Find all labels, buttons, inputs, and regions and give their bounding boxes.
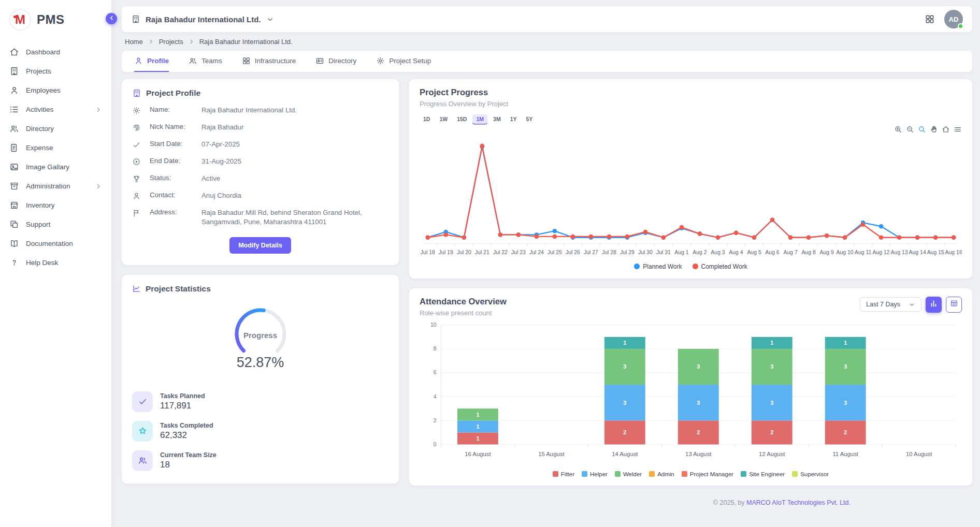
tab-directory[interactable]: Directory bbox=[315, 51, 356, 72]
statistics-card-title: Project Statistics bbox=[146, 284, 211, 294]
legend-item-helper[interactable]: Helper bbox=[582, 471, 608, 477]
check-icon bbox=[132, 391, 153, 412]
avatar-initials: AD bbox=[949, 16, 959, 23]
svg-text:3: 3 bbox=[697, 363, 700, 370]
legend-item-planned-work[interactable]: Planned Work bbox=[634, 263, 682, 270]
legend-label: Welder bbox=[623, 471, 642, 477]
legend-item-fitter[interactable]: Fitter bbox=[553, 471, 574, 477]
field-value: Raja Bahadur Mill Rd, behind Sheraton Gr… bbox=[201, 208, 388, 227]
svg-text:Aug 5: Aug 5 bbox=[747, 250, 761, 255]
sidebar-item-directory[interactable]: Directory bbox=[0, 120, 111, 138]
footer: © 2025, by MARCO AIoT Technologies Pvt. … bbox=[409, 499, 972, 506]
modify-details-button[interactable]: Modify Details bbox=[229, 237, 291, 254]
date-range-select[interactable]: Last 7 Days bbox=[860, 297, 921, 312]
image-icon bbox=[9, 162, 19, 172]
field-value: 07-Apr-2025 bbox=[201, 140, 388, 149]
profile-field-name: Name:Raja Bahadur International Ltd. bbox=[132, 106, 388, 115]
legend-item-project-manager[interactable]: Project Manager bbox=[682, 471, 733, 477]
sidebar-item-dashboard[interactable]: Dashboard bbox=[0, 43, 111, 61]
header-actions: AD bbox=[925, 10, 963, 28]
building-icon bbox=[132, 89, 141, 98]
brand-logo-icon: M bbox=[9, 9, 31, 31]
svg-text:Aug 8: Aug 8 bbox=[801, 250, 816, 255]
tab-infrastructure[interactable]: Infrastructure bbox=[242, 51, 296, 72]
tab-project-setup[interactable]: Project Setup bbox=[376, 51, 431, 72]
breadcrumb-item[interactable]: Projects bbox=[159, 38, 183, 46]
range-button-15d[interactable]: 15D bbox=[453, 114, 470, 124]
sidebar-item-employees[interactable]: Employees bbox=[0, 81, 111, 99]
svg-text:3: 3 bbox=[844, 363, 847, 370]
zoom-in-icon[interactable] bbox=[894, 125, 902, 134]
field-label: End Date: bbox=[150, 157, 194, 165]
range-button-5y[interactable]: 5Y bbox=[522, 114, 536, 124]
legend-swatch bbox=[553, 471, 558, 477]
star-icon bbox=[132, 421, 153, 442]
sidebar-item-help-desk[interactable]: Help Desk bbox=[0, 254, 111, 272]
sidebar-collapse-button[interactable] bbox=[106, 13, 117, 24]
svg-text:2: 2 bbox=[770, 429, 773, 435]
sidebar-item-label: Administration bbox=[26, 182, 88, 190]
users-icon bbox=[189, 56, 197, 65]
field-label: Nick Name: bbox=[150, 123, 194, 130]
users-icon bbox=[132, 450, 153, 471]
range-button-1y[interactable]: 1Y bbox=[507, 114, 521, 124]
sidebar-item-label: Activities bbox=[26, 106, 88, 113]
sidebar-item-documentation[interactable]: Documentation bbox=[0, 235, 111, 253]
range-button-1d[interactable]: 1D bbox=[420, 114, 434, 124]
range-button-1m[interactable]: 1M bbox=[472, 114, 487, 124]
table-view-button[interactable] bbox=[946, 297, 962, 313]
tab-teams[interactable]: Teams bbox=[189, 51, 222, 72]
stat-item-current-team-size: Current Team Size18 bbox=[132, 450, 388, 471]
apps-grid-icon[interactable] bbox=[925, 14, 935, 24]
sidebar-item-support[interactable]: Support bbox=[0, 215, 111, 233]
range-button-1w[interactable]: 1W bbox=[436, 114, 451, 124]
zoom-out-icon[interactable] bbox=[906, 125, 914, 134]
range-button-3m[interactable]: 3M bbox=[489, 114, 505, 124]
sidebar-item-activities[interactable]: Activities bbox=[0, 100, 111, 119]
users-icon bbox=[9, 124, 19, 134]
chevron-right-icon bbox=[95, 106, 102, 113]
sidebar-item-administration[interactable]: Administration bbox=[0, 177, 111, 195]
tab-profile[interactable]: Profile bbox=[134, 51, 169, 72]
legend-item-site-engineer[interactable]: Site Engineer bbox=[741, 471, 785, 477]
sidebar-item-label: Help Desk bbox=[26, 259, 102, 267]
svg-text:Jul 22: Jul 22 bbox=[493, 250, 508, 255]
magnifier-icon[interactable] bbox=[918, 125, 926, 134]
pan-icon[interactable] bbox=[930, 125, 938, 134]
svg-text:3: 3 bbox=[623, 400, 626, 406]
svg-text:16 August: 16 August bbox=[465, 451, 491, 457]
attendance-title: Attendance Overview bbox=[420, 297, 507, 306]
sidebar-item-expense[interactable]: Expense bbox=[0, 139, 111, 157]
legend-item-welder[interactable]: Welder bbox=[615, 471, 642, 477]
profile-field-contact: Contact:Anuj Chordia bbox=[132, 191, 388, 200]
legend-item-completed-work[interactable]: Completed Work bbox=[693, 263, 747, 270]
bar-view-button[interactable] bbox=[926, 297, 942, 313]
sidebar-item-inventory[interactable]: Inventory bbox=[0, 196, 111, 214]
footer-company-link[interactable]: MARCO AIoT Technologies Pvt. Ltd. bbox=[746, 499, 851, 506]
stat-item-tasks-completed: Tasks Completed62,332 bbox=[132, 421, 388, 442]
avatar[interactable]: AD bbox=[944, 10, 963, 28]
legend-item-admin[interactable]: Admin bbox=[649, 471, 674, 477]
profile-field-nick-name: Nick Name:Raja Bahadur bbox=[132, 123, 388, 132]
svg-text:0: 0 bbox=[434, 442, 437, 447]
gear-icon bbox=[376, 56, 385, 65]
legend-item-supervisor[interactable]: Supervisor bbox=[792, 471, 829, 477]
menu-icon[interactable] bbox=[954, 125, 962, 134]
sidebar-item-image-gallary[interactable]: Image Gallary bbox=[0, 158, 111, 176]
progress-chart-subtitle: Progress Overview by Project bbox=[420, 100, 962, 108]
company-switcher[interactable]: Raja Bahadur International Ltd. bbox=[131, 14, 274, 24]
plot-toolbar bbox=[420, 125, 962, 134]
svg-text:Aug 12: Aug 12 bbox=[873, 250, 890, 255]
legend-label: Site Engineer bbox=[749, 471, 785, 477]
copy-icon bbox=[9, 219, 19, 229]
svg-text:2: 2 bbox=[844, 429, 847, 435]
home-icon[interactable] bbox=[942, 125, 950, 134]
sidebar-item-projects[interactable]: Projects bbox=[0, 62, 111, 80]
online-status-dot bbox=[958, 23, 963, 29]
breadcrumb-item[interactable]: Home bbox=[125, 38, 143, 46]
attendance-bar-chart: 024681011116 August15 August233114 Augus… bbox=[420, 317, 962, 470]
sidebar: M PMS DashboardProjectsEmployeesActiviti… bbox=[0, 0, 111, 527]
tab-label: Project Setup bbox=[389, 57, 431, 65]
profile-fields: Name:Raja Bahadur International Ltd.Nick… bbox=[132, 106, 388, 227]
flag-icon bbox=[132, 209, 142, 217]
